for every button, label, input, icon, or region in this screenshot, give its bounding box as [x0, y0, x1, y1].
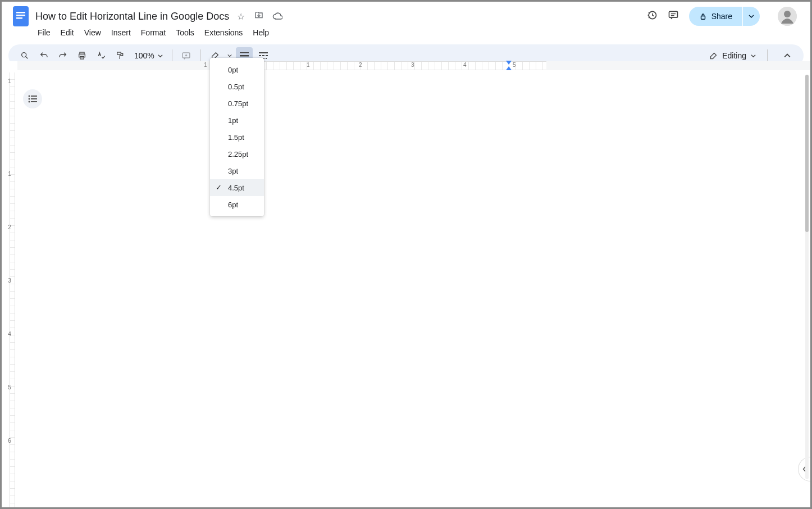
vertical-ruler[interactable]: 1 1 2 3 4 5 6	[7, 61, 17, 507]
svg-point-26	[29, 96, 30, 97]
vruler-label: 3	[6, 278, 13, 284]
svg-rect-5	[669, 11, 677, 17]
weight-option-0-75pt[interactable]: 0.75pt	[210, 95, 264, 112]
svg-rect-16	[240, 55, 249, 57]
vruler-label: 2	[6, 224, 13, 230]
scrollbar-thumb[interactable]	[805, 75, 809, 232]
svg-rect-18	[259, 52, 268, 53]
toolbar-separator	[172, 49, 172, 62]
weight-option-6pt[interactable]: 6pt	[210, 196, 264, 213]
svg-point-28	[29, 98, 30, 100]
menubar: File Edit View Insert Format Tools Exten…	[2, 24, 810, 41]
right-indent-marker[interactable]	[506, 61, 512, 65]
menu-file[interactable]: File	[38, 28, 51, 37]
hruler-label: 1	[307, 62, 310, 68]
svg-point-30	[29, 101, 30, 103]
vruler-label: 6	[6, 438, 13, 444]
svg-rect-13	[117, 52, 121, 54]
weight-option-2-25pt[interactable]: 2.25pt	[210, 146, 264, 162]
menu-insert[interactable]: Insert	[111, 28, 131, 37]
share-dropdown-button[interactable]	[743, 7, 760, 26]
vruler-label: 5	[6, 384, 13, 390]
menu-format[interactable]: Format	[141, 28, 166, 37]
weight-option-3pt[interactable]: 3pt	[210, 162, 264, 179]
svg-rect-25	[266, 58, 267, 59]
editing-mode-label: Editing	[722, 51, 746, 60]
svg-rect-31	[31, 101, 37, 102]
border-weight-dropdown: 0pt 0.5pt 0.75pt 1pt 1.5pt 2.25pt 3pt ✓ …	[210, 58, 264, 216]
hruler-label: 3	[411, 62, 414, 68]
svg-rect-21	[266, 55, 268, 56]
hruler-label: 2	[359, 62, 362, 68]
share-button[interactable]: Share	[689, 7, 742, 26]
cloud-status-icon[interactable]	[272, 12, 282, 21]
hruler-margin-right	[546, 61, 810, 70]
toolbar-separator	[767, 49, 768, 62]
star-icon[interactable]: ☆	[237, 12, 245, 21]
zoom-selector[interactable]: 100%	[131, 51, 166, 60]
account-avatar[interactable]	[778, 7, 797, 26]
move-icon[interactable]	[254, 12, 266, 21]
hruler-label: 4	[463, 62, 467, 68]
docs-home-icon[interactable]	[11, 6, 31, 26]
svg-rect-0	[13, 6, 29, 26]
document-title[interactable]: How to Edit Horizontal Line in Google Do…	[35, 11, 229, 22]
right-indent-marker-bottom[interactable]	[506, 66, 512, 70]
svg-rect-2	[16, 15, 25, 16]
hruler-label: 1	[204, 62, 207, 68]
horizontal-ruler[interactable]: 1 1 2 3 4 5	[17, 61, 810, 70]
svg-rect-15	[240, 52, 249, 53]
zoom-value: 100%	[134, 51, 154, 60]
svg-rect-6	[701, 16, 705, 19]
check-icon: ✓	[216, 183, 222, 192]
vruler-label: 4	[6, 331, 13, 337]
vruler-label: 1	[6, 171, 13, 177]
menu-edit[interactable]: Edit	[61, 28, 74, 37]
svg-rect-3	[16, 17, 22, 19]
toolbar-separator	[200, 49, 201, 62]
editing-mode-button[interactable]: Editing	[709, 51, 756, 60]
hruler-label: 5	[513, 62, 516, 68]
weight-option-4-5pt[interactable]: ✓ 4.5pt	[210, 179, 264, 196]
menu-extensions[interactable]: Extensions	[204, 28, 243, 37]
show-outline-button[interactable]	[23, 89, 42, 108]
svg-rect-27	[31, 96, 37, 97]
svg-rect-1	[16, 12, 25, 13]
menu-tools[interactable]: Tools	[176, 28, 194, 37]
menu-view[interactable]: View	[84, 28, 101, 37]
comments-icon[interactable]	[668, 10, 679, 24]
svg-rect-29	[31, 98, 37, 99]
weight-option-1-5pt[interactable]: 1.5pt	[210, 129, 264, 146]
vruler-label: 1	[6, 78, 13, 84]
weight-option-1pt[interactable]: 1pt	[210, 112, 264, 129]
svg-rect-20	[262, 55, 264, 56]
weight-option-0-5pt[interactable]: 0.5pt	[210, 78, 264, 95]
share-button-label: Share	[711, 12, 732, 21]
history-icon[interactable]	[646, 10, 658, 24]
weight-option-0pt[interactable]: 0pt	[210, 61, 264, 78]
svg-point-9	[22, 53, 26, 57]
svg-point-8	[784, 11, 791, 17]
svg-rect-19	[259, 55, 261, 56]
vertical-scrollbar[interactable]	[805, 75, 809, 479]
menu-help[interactable]: Help	[253, 28, 269, 37]
